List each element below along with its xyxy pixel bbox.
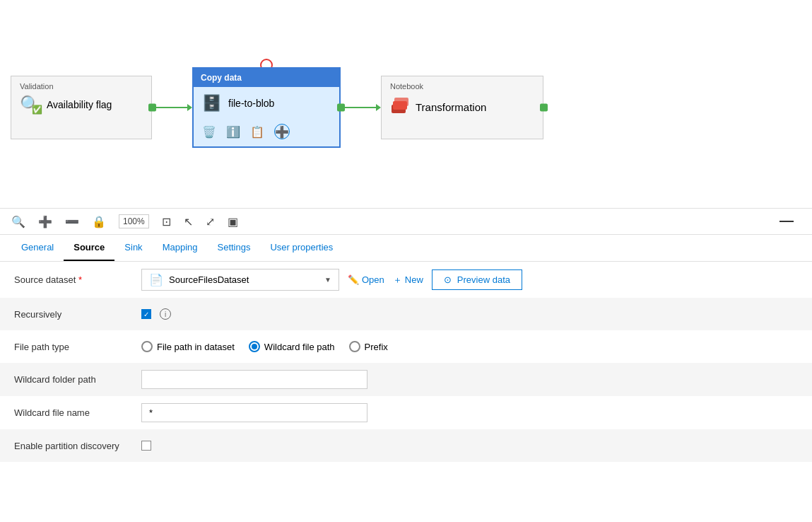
radio-wildcard-file-path[interactable]: Wildcard file path bbox=[249, 341, 335, 352]
delete-icon[interactable]: 🗑️ bbox=[202, 125, 216, 139]
dataset-value: SourceFilesDataset bbox=[169, 274, 249, 285]
file-path-radio-group: File path in dataset Wildcard file path … bbox=[141, 341, 388, 352]
tab-source[interactable]: Source bbox=[64, 235, 114, 261]
tabs-bar: General Source Sink Mapping Settings Use… bbox=[0, 235, 812, 262]
notebook-right-connector bbox=[540, 104, 548, 112]
source-dataset-dropdown[interactable]: 📄 SourceFilesDataset ▼ bbox=[141, 269, 339, 291]
partition-discovery-label: Enable partition discovery bbox=[14, 441, 141, 451]
wildcard-file-label: Wildcard file name bbox=[14, 407, 141, 418]
pencil-icon: ✏️ bbox=[348, 274, 359, 285]
tab-sink[interactable]: Sink bbox=[114, 235, 152, 261]
recursively-checkbox-wrap[interactable]: ✓ bbox=[141, 309, 151, 319]
search-toolbar-icon[interactable]: 🔍 bbox=[11, 215, 25, 228]
recursively-row: Recursively ✓ i bbox=[0, 298, 812, 330]
radio-label-2: Wildcard file path bbox=[264, 342, 335, 352]
radio-file-path-dataset[interactable]: File path in dataset bbox=[141, 341, 235, 352]
select-icon[interactable]: ↖ bbox=[184, 215, 193, 228]
wildcard-folder-input[interactable] bbox=[141, 370, 367, 389]
notebook-node-title: Notebook bbox=[390, 82, 534, 91]
radio-inner-2 bbox=[252, 344, 257, 349]
zoom-toolbar-label[interactable]: 100% bbox=[119, 214, 149, 228]
tab-mapping[interactable]: Mapping bbox=[153, 235, 208, 261]
radio-prefix[interactable]: Prefix bbox=[349, 341, 388, 352]
partition-discovery-row: Enable partition discovery bbox=[0, 429, 812, 462]
add-activity-icon[interactable]: ➕ bbox=[274, 124, 290, 139]
source-dataset-row: Source dataset * 📄 SourceFilesDataset ▼ … bbox=[0, 262, 812, 298]
form-area: Source dataset * 📄 SourceFilesDataset ▼ … bbox=[0, 262, 812, 462]
copy-node-title: Copy data bbox=[194, 69, 339, 87]
pipeline-canvas: Validation 🔍✅ Availability flag Copy dat… bbox=[0, 0, 812, 209]
info-icon[interactable]: ℹ️ bbox=[226, 125, 240, 139]
arrow-2 bbox=[341, 104, 381, 111]
file-path-type-row: File path type File path in dataset Wild… bbox=[0, 330, 812, 363]
layers-icon[interactable]: ▣ bbox=[228, 215, 238, 228]
recursively-checkbox[interactable]: ✓ bbox=[141, 309, 151, 319]
lock-toolbar-icon[interactable]: 🔒 bbox=[92, 215, 106, 228]
database-icon: 🗄️ bbox=[202, 94, 221, 112]
partition-checkbox[interactable] bbox=[141, 441, 151, 451]
plus-icon: ＋ bbox=[393, 274, 402, 286]
add-toolbar-icon[interactable]: ➕ bbox=[38, 215, 52, 228]
preview-data-button[interactable]: ⊙ Preview data bbox=[432, 269, 522, 290]
recursively-label: Recursively bbox=[14, 309, 141, 320]
radio-label-1: File path in dataset bbox=[157, 342, 235, 352]
arrow-1 bbox=[152, 104, 192, 111]
copy-node[interactable]: Copy data 🗄️ file-to-blob 🗑️ ℹ️ 📋 ➕ bbox=[192, 67, 341, 148]
wildcard-folder-row: Wildcard folder path bbox=[0, 363, 812, 396]
source-dataset-label: Source dataset * bbox=[14, 274, 141, 285]
partition-checkbox-wrap[interactable] bbox=[141, 441, 151, 451]
validation-node[interactable]: Validation 🔍✅ Availability flag bbox=[11, 76, 152, 139]
dataset-icon: 📄 bbox=[149, 273, 163, 286]
wildcard-folder-label: Wildcard folder path bbox=[14, 374, 141, 385]
notebook-icon bbox=[390, 95, 410, 120]
search-check-icon: 🔍✅ bbox=[20, 95, 41, 115]
radio-outer-1[interactable] bbox=[141, 341, 153, 352]
notebook-node-label: Transformation bbox=[416, 101, 486, 113]
pipeline-nodes: Validation 🔍✅ Availability flag Copy dat… bbox=[11, 67, 543, 148]
copy-node-actions: 🗑️ ℹ️ 📋 ➕ bbox=[194, 120, 339, 146]
open-button[interactable]: ✏️ Open bbox=[348, 274, 384, 285]
tab-user-properties[interactable]: User properties bbox=[260, 235, 343, 261]
validation-node-title: Validation bbox=[20, 82, 143, 91]
recursively-info-icon[interactable]: i bbox=[160, 308, 171, 320]
resize-icon[interactable]: ⤢ bbox=[206, 215, 215, 228]
subtract-toolbar-icon[interactable]: ➖ bbox=[65, 215, 79, 228]
dropdown-arrow-icon: ▼ bbox=[324, 276, 331, 284]
radio-label-3: Prefix bbox=[365, 342, 388, 352]
radio-outer-3[interactable] bbox=[349, 341, 360, 352]
copy-node-label: file-to-blob bbox=[228, 98, 274, 109]
radio-outer-2[interactable] bbox=[249, 341, 260, 352]
wildcard-file-input[interactable] bbox=[141, 403, 367, 422]
toolbar-separator bbox=[779, 221, 794, 222]
validation-node-label: Availability flag bbox=[47, 99, 112, 110]
fit-screen-icon[interactable]: ⊡ bbox=[162, 215, 171, 228]
wildcard-file-row: Wildcard file name bbox=[0, 396, 812, 429]
preview-icon: ⊙ bbox=[444, 274, 452, 285]
notebook-node[interactable]: Notebook Transformation bbox=[381, 76, 543, 139]
tab-general[interactable]: General bbox=[11, 235, 64, 261]
new-button[interactable]: ＋ New bbox=[393, 274, 423, 286]
toolbar: 🔍 ➕ ➖ 🔒 100% ⊡ ↖ ⤢ ▣ bbox=[0, 209, 812, 235]
copy-icon[interactable]: 📋 bbox=[250, 125, 264, 139]
file-path-type-label: File path type bbox=[14, 342, 141, 352]
tab-settings[interactable]: Settings bbox=[208, 235, 261, 261]
svg-rect-2 bbox=[394, 98, 408, 106]
